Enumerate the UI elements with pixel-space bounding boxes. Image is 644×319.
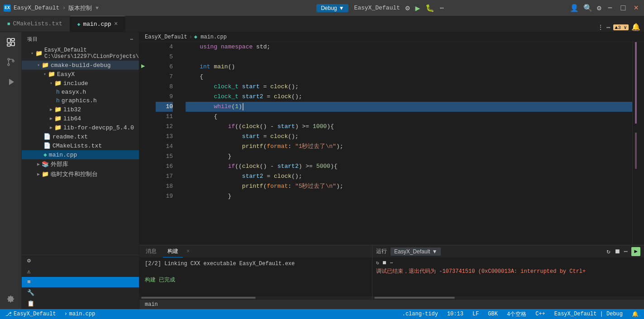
minimap-accent-2: [635, 133, 637, 169]
run-line-indicator[interactable]: ▶: [141, 62, 145, 70]
tab-main-close[interactable]: ×: [114, 20, 118, 28]
run-icon[interactable]: ▶: [415, 3, 420, 13]
fn-clock-2: clock: [274, 92, 291, 102]
build-scrollbar-thumb[interactable]: [141, 297, 256, 299]
run-panel: 运行 EasyX_Default ▼ ↻ ⏹ ⋯ ▶: [372, 245, 644, 299]
run-scrollbar-thumb[interactable]: [374, 297, 455, 299]
maximize-button[interactable]: □: [619, 4, 627, 13]
breadcrumb-file[interactable]: ◆ main.cpp: [194, 33, 227, 40]
debug-label: Debug: [321, 5, 337, 11]
fn-clock-5: clock: [242, 162, 260, 171]
type-clock_t-2: clock_t: [214, 92, 239, 102]
tree-include[interactable]: ▾ 📁 include: [22, 79, 139, 88]
run-play-button[interactable]: ▶: [631, 247, 640, 256]
git-icon[interactable]: [5, 56, 17, 68]
project-name[interactable]: EasyX_Default: [14, 5, 59, 11]
sidebar-menu-icon[interactable]: ⋯: [130, 36, 134, 42]
run-debug-icon[interactable]: [5, 76, 17, 88]
right-scrollbar[interactable]: [638, 42, 644, 245]
tab-bar: ■ CMakeLists.txt ◆ main.cpp × ⋮ ⋯ ▲3 ∨ 🔔: [0, 16, 644, 32]
tree-include-icon: 📁: [54, 80, 62, 87]
tree-cmake-build-label: cmake-build-debug: [51, 62, 111, 69]
editor-area: EasyX_Default › ◆ main.cpp ▶ 4 5 6 7 8 9…: [139, 32, 644, 309]
tree-readme[interactable]: 📄 readme.txt: [22, 132, 139, 141]
debug-run-icon[interactable]: 🐛: [425, 4, 434, 13]
run-config-button[interactable]: EasyX_Default ▼: [391, 248, 441, 256]
tree-lib-devcpp[interactable]: ▶ 📁 lib-for-devcpp_5.4.0: [22, 123, 139, 132]
tab-split-icon[interactable]: ⋮: [597, 24, 604, 31]
tree-main-cpp[interactable]: ◆ main.cpp: [22, 150, 139, 159]
tree-cmakelists[interactable]: 📄 CMakeLists.txt: [22, 141, 139, 150]
run-refresh-icon[interactable]: ↻: [606, 248, 610, 255]
sidebar-git-icon[interactable]: 📋: [22, 298, 139, 309]
fn-clock-6: clock: [274, 171, 291, 181]
tab-build[interactable]: 构建: [163, 246, 183, 257]
status-config[interactable]: EasyX_Default | Debug: [553, 311, 625, 317]
search-icon[interactable]: 🔍: [583, 4, 592, 13]
line-num-8: 8: [156, 82, 173, 92]
code-line-11: {: [186, 112, 632, 122]
tree-lib64[interactable]: ▶ 📁 lib64: [22, 114, 139, 123]
tab-main[interactable]: ◆ main.cpp ×: [70, 16, 125, 32]
fn-clock-4: clock: [270, 132, 288, 142]
tree-easyx-h[interactable]: h easyx.h: [22, 88, 139, 96]
version-control-label[interactable]: 版本控制: [68, 4, 92, 12]
tab-cmake[interactable]: ■ CMakeLists.txt: [0, 16, 70, 32]
code-editor[interactable]: using namespace std; int main() { clock_…: [178, 42, 632, 245]
status-linter-label: .clang-tidy: [402, 311, 438, 317]
build-output: [2/2] Linking CXX executable EasyX_Defau…: [139, 258, 372, 296]
tree-lib64-arrow: ▶: [50, 116, 52, 121]
status-indent[interactable]: 4个空格: [505, 310, 528, 318]
run-stop-icon[interactable]: ⏹: [614, 248, 620, 255]
tree-easyx[interactable]: ▾ 📁 EasyX: [22, 70, 139, 79]
tree-easyx-h-icon: h: [56, 89, 60, 95]
branch-name[interactable]: EasyX_Default: [354, 5, 400, 11]
close-button[interactable]: ×: [632, 4, 640, 13]
bell-icon[interactable]: 🔔: [631, 23, 640, 32]
status-language-label: C++: [535, 311, 545, 317]
breadcrumb-project[interactable]: EasyX_Default: [145, 34, 187, 40]
tab-messages[interactable]: 消息: [141, 246, 161, 257]
more-icon[interactable]: ⋯: [440, 4, 444, 12]
version-control-arrow[interactable]: ▼: [95, 5, 99, 11]
status-project[interactable]: ⎇ EasyX_Default: [4, 311, 58, 318]
sidebar-settings-icon[interactable]: ⚙: [22, 255, 139, 266]
code-line-9: clock_t start2 = clock();: [186, 92, 632, 102]
tab-build-close[interactable]: ×: [186, 248, 190, 255]
sidebar-active-icon[interactable]: ≡: [22, 277, 139, 287]
debug-button[interactable]: Debug ▼: [316, 4, 348, 12]
line-num-9: 9: [156, 92, 173, 102]
sidebar-debug2-icon[interactable]: 🔧: [22, 287, 139, 298]
sidebar-warning-icon[interactable]: ⚠: [22, 266, 139, 277]
tree-lib32[interactable]: ▶ 📁 lib32: [22, 105, 139, 114]
status-indent-label: 4个空格: [507, 310, 526, 318]
tree-lib64-label: lib64: [63, 115, 81, 122]
tab-more-icon[interactable]: ⋯: [606, 24, 610, 31]
account-icon[interactable]: 👤: [570, 4, 579, 13]
tree-external-libs[interactable]: ▶ 📚 外部库: [22, 159, 139, 169]
tree-temp-files[interactable]: ▶ 📁 临时文件和控制台: [22, 169, 139, 179]
status-linter[interactable]: .clang-tidy: [401, 311, 440, 317]
tree-root-arrow: ▾: [31, 51, 33, 56]
status-file[interactable]: › main.cpp: [62, 311, 97, 317]
breadcrumb-sep: ›: [189, 34, 192, 40]
status-line-ending[interactable]: LF: [471, 311, 481, 317]
tree-cmake-build[interactable]: ▾ 📁 cmake-build-debug: [22, 61, 139, 70]
line-num-15: 15: [156, 152, 173, 162]
settings-icon[interactable]: ⚙: [597, 4, 601, 13]
status-notification[interactable]: 🔔: [630, 311, 640, 318]
run-more-icon[interactable]: ⋯: [624, 248, 628, 255]
sidebar-title-label: 项目: [27, 36, 38, 43]
tree-root-label: EasyX_Default C:\Users\12297\CLionProjec…: [44, 47, 139, 60]
minimize-button[interactable]: −: [606, 4, 615, 13]
debug-arrow: ▼: [339, 5, 344, 11]
build-icon[interactable]: ⚙: [405, 4, 410, 13]
tree-temp-files-arrow: ▶: [37, 171, 40, 177]
status-language[interactable]: C++: [534, 311, 547, 317]
status-cursor[interactable]: 10:13: [445, 311, 465, 317]
tree-graphics-h[interactable]: h graphics.h: [22, 96, 139, 105]
tree-root[interactable]: ▾ 📁 EasyX_Default C:\Users\12297\CLionPr…: [22, 46, 139, 61]
status-encoding[interactable]: GBK: [486, 311, 500, 317]
explorer-icon[interactable]: [5, 36, 17, 48]
settings-gear-icon[interactable]: [5, 293, 17, 305]
